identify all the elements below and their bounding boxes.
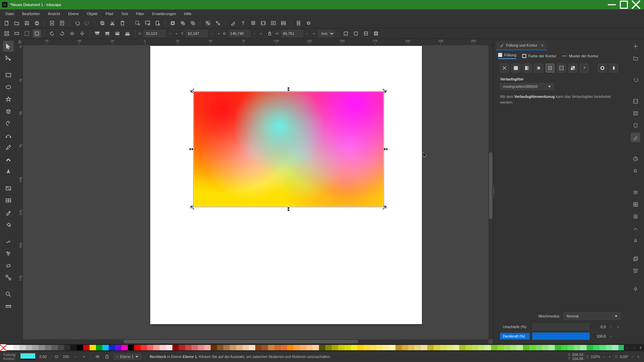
y-decrement[interactable]: − bbox=[210, 30, 214, 37]
palette-swatch[interactable] bbox=[446, 345, 453, 350]
palette-swatch[interactable] bbox=[32, 345, 39, 350]
palette-swatch[interactable] bbox=[370, 345, 376, 350]
palette-swatch[interactable] bbox=[51, 345, 58, 350]
palette-swatch[interactable] bbox=[115, 345, 121, 350]
import-button[interactable] bbox=[48, 19, 56, 27]
layers-dialog-button[interactable] bbox=[249, 19, 257, 27]
fill-flat-button[interactable] bbox=[512, 64, 520, 72]
palette-swatch[interactable] bbox=[39, 345, 45, 350]
calligraphy-tool[interactable] bbox=[3, 154, 14, 165]
dock-xml-button[interactable] bbox=[631, 97, 640, 106]
palette-swatch[interactable] bbox=[395, 345, 402, 350]
menu-bearbeiten[interactable]: Bearbeiten bbox=[18, 10, 44, 17]
menu-erweiterungen[interactable]: Erweiterungen bbox=[148, 10, 180, 17]
zoom-tool[interactable] bbox=[3, 289, 14, 300]
spiral-tool[interactable] bbox=[3, 118, 14, 129]
palette-swatch[interactable] bbox=[478, 345, 485, 350]
dock-path-effects-button[interactable] bbox=[631, 224, 640, 233]
fill-nonzero-button[interactable] bbox=[609, 64, 618, 72]
palette-swatch[interactable] bbox=[268, 345, 274, 350]
panel-collapse-handle[interactable]: ⋮ bbox=[492, 185, 495, 198]
palette-swatch[interactable] bbox=[153, 345, 160, 350]
blend-mode-select[interactable]: Normal bbox=[564, 312, 621, 320]
y-increment[interactable]: + bbox=[216, 30, 221, 37]
width-decrement[interactable]: − bbox=[252, 30, 257, 37]
pencil-tool[interactable] bbox=[3, 142, 14, 153]
group-button[interactable] bbox=[204, 19, 212, 27]
raise-top-button[interactable] bbox=[93, 29, 101, 38]
layer-select[interactable]: • Ebene 1 bbox=[114, 354, 142, 360]
align-dialog-button[interactable] bbox=[269, 19, 277, 27]
dock-paint-servers-button[interactable] bbox=[631, 212, 640, 221]
preferences-button[interactable] bbox=[305, 19, 313, 27]
dock-css-button[interactable] bbox=[631, 121, 640, 130]
palette-swatch[interactable] bbox=[580, 345, 587, 350]
palette-swatch[interactable] bbox=[287, 345, 293, 350]
x-decrement[interactable]: − bbox=[167, 30, 172, 37]
menu-pfad[interactable]: Pfad bbox=[102, 10, 117, 17]
palette-swatch[interactable] bbox=[497, 345, 504, 350]
palette-swatch[interactable] bbox=[262, 345, 268, 350]
star-tool[interactable] bbox=[3, 94, 14, 105]
save-document-button[interactable] bbox=[23, 19, 31, 27]
raise-button[interactable] bbox=[103, 29, 111, 38]
height-decrement[interactable]: − bbox=[305, 30, 310, 37]
scale-corners-toggle[interactable] bbox=[352, 29, 360, 38]
status-opacity-decrement[interactable]: − bbox=[73, 353, 78, 360]
fill-pattern-button[interactable] bbox=[557, 64, 566, 72]
menu-filter[interactable]: Filter bbox=[132, 10, 148, 17]
palette-swatch[interactable] bbox=[491, 345, 497, 350]
palette-swatch[interactable] bbox=[185, 345, 192, 350]
ellipse-tool[interactable] bbox=[3, 82, 14, 93]
zoom-out-button[interactable]: − bbox=[601, 353, 606, 360]
no-color-swatch[interactable] bbox=[0, 344, 7, 351]
fill-swatch-button[interactable] bbox=[569, 64, 577, 72]
close-button[interactable] bbox=[630, 1, 642, 8]
palette-swatch[interactable] bbox=[13, 345, 19, 350]
palette-swatch[interactable] bbox=[211, 345, 217, 350]
spray-tool[interactable] bbox=[3, 248, 14, 259]
palette-swatch[interactable] bbox=[179, 345, 185, 350]
ungroup-button[interactable] bbox=[214, 19, 222, 27]
fill-evenodd-button[interactable] bbox=[598, 64, 607, 72]
object-properties-button[interactable] bbox=[279, 19, 287, 27]
dropper-tool[interactable] bbox=[3, 207, 14, 218]
palette-swatch[interactable] bbox=[587, 345, 593, 350]
palette-swatch[interactable] bbox=[166, 345, 172, 350]
tab-stroke-paint[interactable]: Farbe der Kontur bbox=[522, 53, 556, 59]
unit-select[interactable]: mm bbox=[318, 30, 335, 37]
palette-swatch[interactable] bbox=[90, 345, 96, 350]
palette-swatch[interactable] bbox=[109, 345, 115, 350]
tab-fill[interactable]: Füllung bbox=[498, 53, 516, 59]
dock-fill-stroke-button[interactable] bbox=[631, 133, 640, 142]
palette-swatch[interactable] bbox=[612, 345, 619, 350]
palette-swatch[interactable] bbox=[134, 345, 141, 350]
palette-swatch[interactable] bbox=[402, 345, 408, 350]
palette-swatch[interactable] bbox=[319, 345, 325, 350]
move-gradient-toggle[interactable] bbox=[362, 29, 370, 38]
visibility-icon[interactable] bbox=[95, 354, 100, 359]
menu-text[interactable]: Text bbox=[117, 10, 132, 17]
rotate-ccw-button[interactable] bbox=[48, 29, 56, 38]
bezier-tool[interactable] bbox=[3, 130, 14, 141]
palette-swatch[interactable] bbox=[542, 345, 548, 350]
dock-object-properties-button[interactable] bbox=[631, 154, 640, 164]
palette-swatch[interactable] bbox=[619, 345, 624, 350]
gradient-tool[interactable] bbox=[3, 183, 14, 194]
text-tool[interactable] bbox=[3, 166, 14, 177]
width-input[interactable] bbox=[229, 30, 250, 37]
palette-swatch[interactable] bbox=[45, 345, 51, 350]
palette-swatch[interactable] bbox=[606, 345, 612, 350]
palette-swatch[interactable] bbox=[536, 345, 542, 350]
connector-tool[interactable] bbox=[3, 272, 14, 283]
width-increment[interactable]: + bbox=[259, 30, 264, 37]
menu-objekt[interactable]: Objekt bbox=[83, 10, 102, 17]
print-button[interactable] bbox=[33, 19, 41, 27]
select-all-button[interactable] bbox=[13, 29, 21, 38]
palette-swatch[interactable] bbox=[459, 345, 466, 350]
move-pattern-toggle[interactable] bbox=[372, 29, 380, 38]
palette-swatch[interactable] bbox=[383, 345, 389, 350]
dock-preferences-button[interactable] bbox=[631, 284, 640, 294]
flip-v-button[interactable] bbox=[78, 29, 86, 38]
palette-swatch[interactable] bbox=[376, 345, 383, 350]
